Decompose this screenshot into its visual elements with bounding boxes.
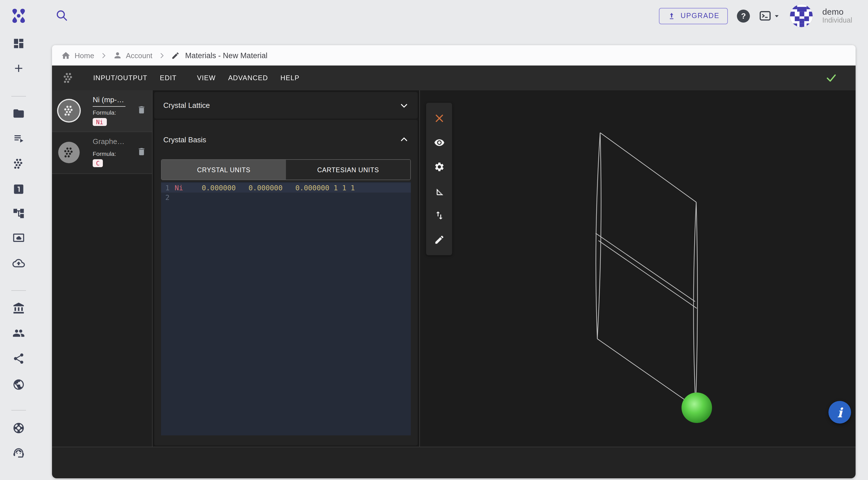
crystal-basis-title: Crystal Basis xyxy=(163,135,206,144)
rail-divider xyxy=(11,410,26,411)
crystal-basis-accordion[interactable]: Crystal Basis xyxy=(161,120,411,159)
delete-material-icon[interactable] xyxy=(137,147,146,157)
settings-button[interactable] xyxy=(426,155,452,179)
menu-bar: INPUT/OUTPUT EDIT VIEW ADVANCED HELP xyxy=(52,66,856,90)
search-icon[interactable] xyxy=(55,9,68,22)
material-thumbnail xyxy=(58,142,80,163)
looks-one-icon[interactable] xyxy=(12,183,25,195)
console-button[interactable] xyxy=(759,10,780,22)
globe-icon[interactable] xyxy=(12,378,25,391)
molecule-dots-icon xyxy=(62,72,74,84)
dashboard-icon[interactable] xyxy=(12,37,25,50)
user-avatar[interactable] xyxy=(789,4,813,28)
swap-vertical-button[interactable] xyxy=(426,203,452,228)
material-thumbnail xyxy=(58,100,80,122)
cloud-upload-icon[interactable] xyxy=(12,257,25,269)
chevron-down-icon xyxy=(400,101,409,110)
workflow-tree-icon[interactable] xyxy=(12,207,25,220)
folder-icon[interactable] xyxy=(12,107,25,120)
menu-advanced[interactable]: ADVANCED xyxy=(222,69,274,87)
upload-icon xyxy=(668,11,676,20)
breadcrumb: Home Account Materials - New Material xyxy=(52,45,856,66)
main-card: Home Account Materials - New Material IN… xyxy=(52,45,856,478)
molecule-dots-icon xyxy=(63,104,75,117)
image-cloud-icon[interactable] xyxy=(12,232,25,244)
basis-code-editor[interactable]: 1 Ni 0.000000 0.000000 0.000000 1 1 1 2 xyxy=(161,182,411,435)
help-icon[interactable]: ? xyxy=(737,9,750,22)
rail-divider xyxy=(11,290,26,291)
measure-button[interactable] xyxy=(426,179,452,203)
add-icon[interactable] xyxy=(12,62,25,74)
bank-icon[interactable] xyxy=(12,302,25,314)
material-item-graphene[interactable]: Graphe… Formula: C xyxy=(52,132,152,174)
people-icon[interactable] xyxy=(12,327,25,339)
menu-view[interactable]: VIEW xyxy=(191,69,222,87)
close-toolbar-button[interactable] xyxy=(426,106,452,131)
user-plan: Individual xyxy=(822,16,852,25)
upgrade-label: UPGRADE xyxy=(681,12,720,20)
tab-crystal-units[interactable]: CRYSTAL UNITS xyxy=(162,160,286,179)
content-area: Ni (mp-… Formula: Ni Graphe… Formula: C xyxy=(52,90,856,447)
line-number: 2 xyxy=(161,193,175,202)
editor-line[interactable]: 2 xyxy=(161,193,411,202)
breadcrumb-account-label: Account xyxy=(126,51,152,60)
user-info[interactable]: demo Individual xyxy=(822,7,852,25)
home-icon xyxy=(61,50,71,60)
ni-atom-sphere[interactable] xyxy=(682,392,712,423)
molecule-dots-icon xyxy=(63,146,75,159)
share-icon[interactable] xyxy=(12,352,25,365)
delete-material-icon[interactable] xyxy=(137,105,146,115)
crystal-lattice-accordion[interactable]: Crystal Lattice xyxy=(154,92,417,118)
menu-edit[interactable]: EDIT xyxy=(154,69,183,87)
edit-button[interactable] xyxy=(426,228,452,252)
save-check-icon[interactable] xyxy=(825,72,837,84)
person-icon xyxy=(113,51,122,60)
tab-cartesian-units[interactable]: CARTESIAN UNITS xyxy=(286,160,410,179)
line-number: 1 xyxy=(161,183,175,193)
breadcrumb-home[interactable]: Home xyxy=(61,50,94,60)
coordinates-token: 0.000000 0.000000 0.000000 1 1 1 xyxy=(202,183,355,193)
user-name: demo xyxy=(822,7,852,16)
terminal-icon xyxy=(759,10,771,22)
crystal-3d-canvas[interactable] xyxy=(420,90,856,447)
formula-chip: C xyxy=(93,159,103,167)
rail-divider xyxy=(11,96,26,97)
chevron-right-icon xyxy=(158,52,165,59)
units-tabs: CRYSTAL UNITS CARTESIAN UNITS xyxy=(161,159,411,180)
material-title[interactable]: Graphe… xyxy=(93,137,146,148)
breadcrumb-account[interactable]: Account xyxy=(113,51,152,60)
menu-input-output[interactable]: INPUT/OUTPUT xyxy=(87,69,154,87)
viewport-toolbar xyxy=(426,103,452,255)
materials-icon[interactable] xyxy=(12,158,25,170)
materials-list: Ni (mp-… Formula: Ni Graphe… Formula: C xyxy=(52,90,153,447)
chevron-up-icon xyxy=(400,135,409,144)
visibility-button[interactable] xyxy=(426,131,452,155)
formula-chip: Ni xyxy=(93,118,106,126)
lifebuoy-icon[interactable] xyxy=(12,422,25,434)
jobs-playlist-icon[interactable] xyxy=(12,132,25,144)
chevron-right-icon xyxy=(100,52,107,59)
identicon xyxy=(790,4,813,28)
menu-help[interactable]: HELP xyxy=(274,69,306,87)
breadcrumb-home-label: Home xyxy=(74,51,94,60)
app-window: UPGRADE ? demo Individual xyxy=(0,0,868,480)
breadcrumb-current: Materials - New Material xyxy=(185,51,267,60)
caret-down-icon xyxy=(773,12,780,20)
structure-viewport: i xyxy=(420,90,856,447)
upgrade-button[interactable]: UPGRADE xyxy=(659,8,728,24)
material-item-ni[interactable]: Ni (mp-… Formula: Ni xyxy=(52,90,152,132)
unit-cell-wireframe xyxy=(596,133,698,407)
info-button[interactable]: i xyxy=(829,401,851,423)
source-editor-column: Crystal Lattice Crystal Basis CRYSTAL UN… xyxy=(153,90,420,447)
element-token: Ni xyxy=(175,183,202,193)
crystal-lattice-title: Crystal Lattice xyxy=(163,101,210,109)
brand-logo-icon[interactable] xyxy=(10,7,27,24)
left-rail xyxy=(0,32,37,480)
pencil-icon xyxy=(171,51,179,60)
material-title[interactable]: Ni (mp-… xyxy=(93,96,125,107)
editor-line[interactable]: 1 Ni 0.000000 0.000000 0.000000 1 1 1 xyxy=(161,183,411,193)
top-bar: UPGRADE ? demo Individual xyxy=(0,0,868,45)
support-agent-icon[interactable] xyxy=(12,447,25,459)
card-footer xyxy=(52,447,856,478)
